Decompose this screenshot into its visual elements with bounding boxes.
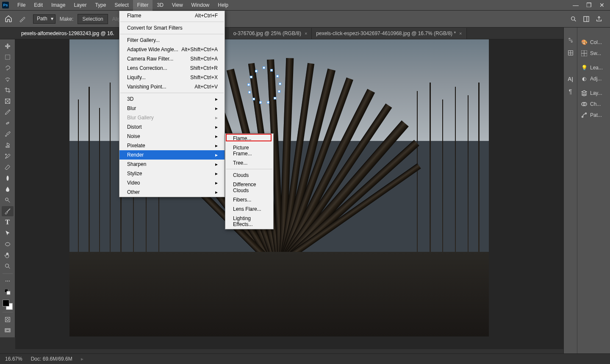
gradient-tool[interactable] bbox=[2, 173, 14, 183]
brush-tool[interactable] bbox=[2, 129, 14, 139]
clone-tool[interactable] bbox=[2, 140, 14, 150]
blur-tool[interactable] bbox=[2, 184, 14, 194]
filter-stylize[interactable]: Stylize▸ bbox=[119, 169, 225, 178]
panel-learn[interactable]: 💡Lea... bbox=[577, 62, 610, 73]
healing-tool[interactable] bbox=[2, 118, 14, 128]
search-icon[interactable] bbox=[570, 16, 577, 22]
channels-panel-icon bbox=[581, 101, 588, 107]
menu-window[interactable]: Window bbox=[187, 0, 214, 11]
filter-render[interactable]: Render▸ bbox=[119, 150, 225, 160]
filter-liquify[interactable]: Liquify...Shift+Ctrl+X bbox=[119, 73, 225, 82]
tab-close-icon[interactable]: × bbox=[459, 31, 462, 36]
panel-channels[interactable]: Ch... bbox=[577, 99, 610, 110]
make-label: Make: bbox=[60, 16, 74, 22]
move-tool[interactable] bbox=[2, 41, 14, 51]
filter-convert-smart[interactable]: Convert for Smart Filters bbox=[119, 23, 225, 33]
paragraph-panel-icon[interactable]: ¶ bbox=[569, 88, 572, 95]
filter-adaptive-wide-angle[interactable]: Adaptive Wide Angle...Alt+Shift+Ctrl+A bbox=[119, 45, 225, 54]
pen-tool[interactable] bbox=[2, 206, 14, 216]
minimize-icon[interactable]: — bbox=[573, 2, 579, 8]
filter-3d[interactable]: 3D▸ bbox=[119, 94, 225, 104]
zoom-level[interactable]: 16.67% bbox=[5, 356, 22, 362]
menu-edit[interactable]: Edit bbox=[30, 0, 47, 11]
path-select-tool[interactable] bbox=[2, 228, 14, 238]
menu-file[interactable]: File bbox=[13, 0, 30, 11]
filter-camera-raw[interactable]: Camera Raw Filter...Shift+Ctrl+A bbox=[119, 54, 225, 63]
filter-blur[interactable]: Blur▸ bbox=[119, 104, 225, 113]
menu-layer[interactable]: Layer bbox=[69, 0, 91, 11]
filter-lens-correction[interactable]: Lens Correction...Shift+Ctrl+R bbox=[119, 63, 225, 73]
render-picture-frame[interactable]: Picture Frame... bbox=[225, 143, 273, 158]
filter-distort[interactable]: Distort▸ bbox=[119, 122, 225, 132]
eyedropper-tool[interactable] bbox=[2, 107, 14, 117]
panel-swatches[interactable]: Sw... bbox=[577, 48, 610, 59]
lasso-tool[interactable] bbox=[2, 63, 14, 73]
eraser-tool[interactable] bbox=[2, 162, 14, 172]
grid-icon[interactable] bbox=[567, 50, 574, 56]
panel-layers[interactable]: Lay... bbox=[577, 88, 610, 99]
menu-help[interactable]: Help bbox=[214, 0, 233, 11]
svg-point-6 bbox=[8, 123, 8, 124]
filter-last[interactable]: FlameAlt+Ctrl+F bbox=[119, 11, 225, 20]
filter-vanishing-point[interactable]: Vanishing Point...Alt+Ctrl+V bbox=[119, 82, 225, 91]
filter-blur-gallery: Blur Gallery▸ bbox=[119, 113, 225, 122]
share-icon[interactable] bbox=[596, 16, 602, 22]
render-clouds[interactable]: Clouds bbox=[225, 171, 273, 180]
menu-3d[interactable]: 3D bbox=[152, 0, 167, 11]
filter-video[interactable]: Video▸ bbox=[119, 178, 225, 188]
default-colors-icon[interactable] bbox=[2, 287, 14, 297]
filter-pixelate[interactable]: Pixelate▸ bbox=[119, 141, 225, 150]
render-flame[interactable]: Flame... bbox=[225, 134, 273, 143]
hand-tool[interactable] bbox=[2, 250, 14, 260]
document-tabs: pexels-alfomedeiros-12983243.jpg @ 16. o… bbox=[0, 28, 610, 39]
dodge-tool[interactable] bbox=[2, 195, 14, 205]
tab-doc-1[interactable]: pexels-alfomedeiros-12983243.jpg @ 16. bbox=[17, 28, 119, 39]
make-selection-button[interactable]: Selection bbox=[78, 14, 108, 24]
workspace-icon[interactable] bbox=[583, 16, 590, 22]
type-tool[interactable]: T bbox=[2, 217, 14, 227]
screen-mode-icon[interactable] bbox=[2, 325, 14, 336]
render-difference-clouds[interactable]: Difference Clouds bbox=[225, 180, 273, 195]
edit-toolbar-icon[interactable]: ⋯ bbox=[2, 276, 14, 286]
pen-tool-indicator bbox=[18, 15, 29, 23]
filter-sharpen[interactable]: Sharpen▸ bbox=[119, 160, 225, 169]
panel-adjustments[interactable]: ◐Adj... bbox=[577, 73, 610, 84]
zoom-tool[interactable] bbox=[2, 261, 14, 271]
menu-filter[interactable]: Filter bbox=[133, 0, 153, 11]
quick-select-tool[interactable] bbox=[2, 74, 14, 84]
tab-doc-2[interactable]: o-376706.jpg @ 25% (RGB/8)× bbox=[229, 28, 312, 39]
statusbar-arrow-icon[interactable]: ▸ bbox=[81, 356, 83, 362]
menu-select[interactable]: Select bbox=[110, 0, 133, 11]
render-fibers[interactable]: Fibers... bbox=[225, 195, 273, 204]
render-lighting-effects[interactable]: Lighting Effects... bbox=[225, 214, 273, 229]
frame-tool[interactable] bbox=[2, 96, 14, 106]
menu-type[interactable]: Type bbox=[91, 0, 110, 11]
character-panel-icon[interactable]: A| bbox=[568, 76, 573, 82]
filter-noise[interactable]: Noise▸ bbox=[119, 132, 225, 141]
foreground-background-swatches[interactable] bbox=[3, 300, 13, 310]
panel-paths[interactable]: Pat... bbox=[577, 110, 610, 121]
home-icon[interactable] bbox=[4, 15, 14, 23]
svg-point-10 bbox=[5, 264, 8, 267]
tab-close-icon[interactable]: × bbox=[305, 31, 307, 36]
filter-gallery[interactable]: Filter Gallery... bbox=[119, 36, 225, 45]
layers-panel-icon bbox=[581, 90, 588, 96]
tab-doc-3[interactable]: pexels-click-espezi-3042697-4610968.jpg … bbox=[312, 28, 466, 39]
render-tree[interactable]: Tree... bbox=[225, 158, 273, 168]
path-mode-select[interactable]: Path bbox=[33, 14, 55, 24]
menu-image[interactable]: Image bbox=[47, 0, 69, 11]
doc-size[interactable]: Doc: 69.6M/69.6M bbox=[31, 356, 72, 362]
shape-tool[interactable] bbox=[2, 239, 14, 249]
crop-tool[interactable] bbox=[2, 85, 14, 95]
properties-icon[interactable] bbox=[567, 37, 574, 44]
canvas-area[interactable] bbox=[15, 39, 563, 349]
restore-icon[interactable]: ❐ bbox=[586, 2, 592, 8]
close-icon[interactable]: ✕ bbox=[599, 2, 604, 8]
history-brush-tool[interactable] bbox=[2, 151, 14, 161]
render-lens-flare[interactable]: Lens Flare... bbox=[225, 204, 273, 214]
filter-other[interactable]: Other▸ bbox=[119, 188, 225, 197]
quick-mask-icon[interactable] bbox=[2, 314, 14, 325]
panel-color[interactable]: 🎨Col... bbox=[577, 37, 610, 48]
menu-view[interactable]: View bbox=[168, 0, 187, 11]
marquee-tool[interactable] bbox=[2, 52, 14, 62]
